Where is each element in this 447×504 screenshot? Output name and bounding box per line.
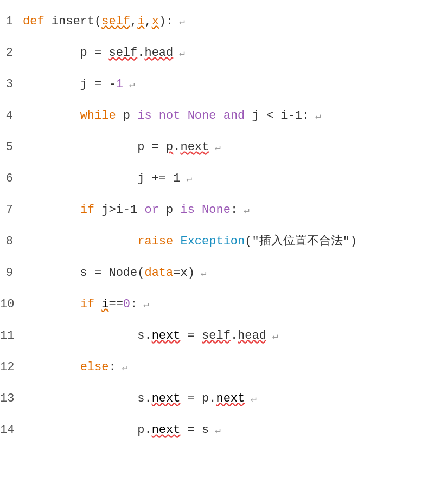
line-content: s.next = self.head ↵: [23, 326, 447, 345]
token: (: [94, 15, 101, 28]
token: raise: [137, 235, 173, 248]
line-number: 9: [0, 266, 23, 280]
token: ↵: [238, 205, 250, 216]
token: j < i: [245, 109, 288, 122]
token: [94, 298, 101, 311]
line-content: s = Node(data=x) ↵: [23, 263, 447, 282]
code-line: 11 s.next = self.head ↵: [0, 325, 447, 357]
code-line: 14 p.next = s ↵: [0, 419, 447, 451]
token: ↵: [209, 425, 221, 436]
token: [180, 109, 187, 122]
token: ↵: [123, 79, 135, 90]
token: None: [202, 203, 231, 217]
token: .: [137, 46, 144, 60]
token: =: [180, 329, 202, 343]
line-number: 6: [0, 172, 23, 185]
token: =x): [173, 266, 195, 280]
line-number: 13: [0, 392, 23, 405]
code-block: 1def insert(self,i,x): ↵2 p = self.head …: [0, 5, 447, 456]
token: self: [202, 329, 231, 343]
token: p =: [23, 140, 166, 154]
token: .: [231, 329, 238, 343]
code-line: 10 if i==0: ↵: [0, 294, 447, 325]
token: [173, 235, 180, 248]
line-number: 14: [0, 423, 23, 437]
line-content: if i==0: ↵: [23, 295, 447, 314]
token: x: [152, 15, 159, 28]
token: [195, 203, 202, 217]
token: j>i: [94, 203, 123, 217]
token: ↵: [195, 268, 207, 279]
token: [152, 109, 159, 122]
code-line: 13 s.next = p.next ↵: [0, 388, 447, 419]
token: 1:: [295, 109, 309, 122]
token: :: [130, 298, 137, 311]
token: i: [137, 15, 144, 28]
code-line: 6 j += 1 ↵: [0, 168, 447, 199]
line-number: 12: [0, 360, 23, 374]
token: s = Node(: [23, 266, 144, 280]
token: insert: [52, 15, 94, 28]
token: self: [108, 46, 137, 60]
code-line: 8 raise Exception("插入位置不合法"): [0, 231, 447, 262]
line-number: 7: [0, 203, 23, 217]
token: is: [180, 203, 194, 217]
token: Exception: [180, 235, 245, 248]
token: i: [101, 298, 108, 311]
token: if: [80, 298, 94, 311]
line-number: 8: [0, 235, 23, 248]
token: ↵: [209, 142, 221, 153]
line-number: 5: [0, 140, 23, 154]
line-content: raise Exception("插入位置不合法"): [23, 232, 447, 251]
token: ↵: [245, 393, 257, 404]
token: if: [80, 203, 94, 217]
token: ("插入位置不合法"): [245, 235, 357, 248]
code-line: 9 s = Node(data=x) ↵: [0, 262, 447, 294]
token: ↵: [116, 362, 128, 373]
token: ↵: [180, 173, 192, 184]
token: is: [137, 109, 151, 122]
token: next: [152, 329, 181, 343]
token: :: [231, 203, 238, 217]
token: def: [23, 15, 52, 28]
code-line: 4 while p is not None and j < i-1: ↵: [0, 105, 447, 137]
token: :: [108, 360, 116, 374]
token: next: [152, 392, 181, 405]
line-number: 1: [0, 15, 23, 28]
token: ,: [144, 15, 151, 28]
token: ==: [108, 298, 123, 311]
token: head: [144, 46, 173, 60]
token: or: [144, 203, 158, 217]
token: not: [159, 109, 181, 122]
token: -: [288, 109, 295, 122]
token: ,: [130, 15, 137, 28]
token: ):: [159, 15, 173, 28]
token: 1: [130, 203, 144, 217]
token: [23, 109, 80, 122]
line-content: j += 1 ↵: [23, 169, 447, 188]
token: p.: [23, 423, 152, 437]
token: .: [173, 140, 180, 154]
code-line: 3 j = -1 ↵: [0, 74, 447, 105]
line-number: 2: [0, 46, 23, 60]
token: 0: [123, 298, 130, 311]
code-line: 1def insert(self,i,x): ↵: [0, 11, 447, 42]
token: [23, 235, 137, 248]
token: head: [238, 329, 266, 343]
line-content: else: ↵: [23, 358, 447, 377]
token: while: [80, 109, 116, 122]
token: else: [80, 360, 109, 374]
line-content: p.next = s ↵: [23, 421, 447, 440]
line-number: 4: [0, 109, 23, 122]
token: [23, 203, 80, 217]
token: 1: [116, 77, 123, 91]
line-number: 10: [0, 298, 23, 311]
token: data: [144, 266, 173, 280]
token: p =: [23, 46, 108, 60]
code-line: 12 else: ↵: [0, 357, 447, 388]
token: [23, 298, 80, 311]
token: ↵: [137, 299, 149, 310]
code-line: 2 p = self.head ↵: [0, 42, 447, 74]
line-number: 11: [0, 329, 23, 343]
token: next: [180, 140, 209, 154]
